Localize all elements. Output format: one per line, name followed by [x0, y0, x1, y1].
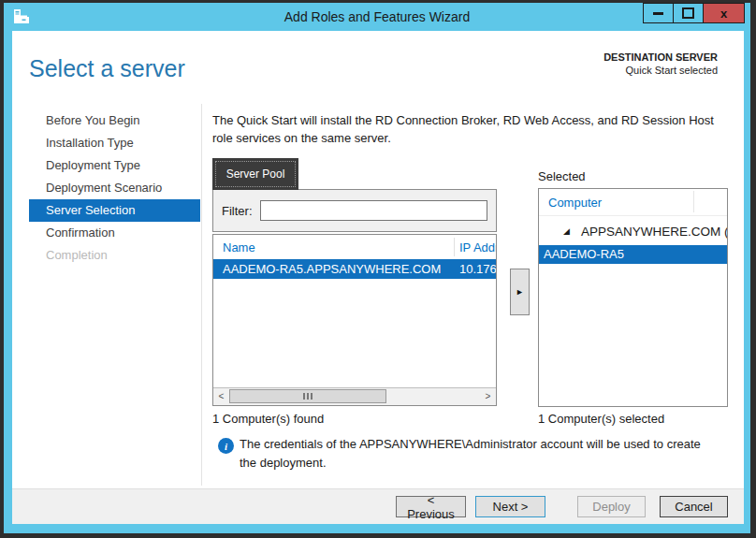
table-row-selected[interactable]: AADEMO-RA5.APPSANYWHERE.COM 10.176.1	[213, 259, 496, 279]
page-title: Select a server	[29, 55, 185, 82]
server-pool-table: Name IP Addr AADEMO-RA5.APPSANYWHERE.COM…	[212, 234, 497, 406]
column-header-computer[interactable]: Computer	[548, 196, 602, 210]
destination-server-block: DESTINATION SERVER Quick Start selected	[603, 51, 718, 76]
selected-computers-panel: Computer ◢ APPSANYWHERE.COM (1) AADEMO-R…	[538, 188, 728, 407]
selected-panel-header: Computer	[539, 189, 727, 216]
column-header-ip-address[interactable]: IP Addr	[459, 240, 497, 254]
info-icon: i	[218, 438, 234, 454]
filter-panel: Filter:	[212, 189, 497, 232]
nav-item-confirmation[interactable]: Confirmation	[29, 222, 200, 244]
nav-item-before-you-begin[interactable]: Before You Begin	[29, 109, 200, 132]
sidebar-divider	[201, 104, 202, 486]
maximize-button[interactable]	[673, 3, 704, 23]
wizard-content: Select a server DESTINATION SERVER Quick…	[12, 31, 744, 524]
horizontal-scrollbar[interactable]: < >	[213, 387, 496, 405]
scrollbar-grip	[311, 393, 313, 400]
selected-computer-row[interactable]: AADEMO-RA5	[539, 245, 727, 264]
tab-server-pool[interactable]: Server Pool	[212, 158, 298, 190]
tree-group-row[interactable]: ◢ APPSANYWHERE.COM (1)	[539, 223, 727, 243]
next-button[interactable]: Next >	[475, 496, 545, 517]
minimize-button[interactable]	[643, 3, 674, 23]
filter-label: Filter:	[222, 204, 253, 218]
maximize-icon	[682, 7, 694, 19]
column-divider	[454, 238, 455, 256]
scrollbar-grip	[303, 393, 305, 400]
nav-item-installation-type[interactable]: Installation Type	[29, 132, 200, 154]
computers-selected-status: 1 Computer(s) selected	[538, 412, 664, 426]
destination-server-label: DESTINATION SERVER	[603, 51, 718, 63]
tree-expanded-icon[interactable]: ◢	[563, 226, 570, 236]
selected-panel-label: Selected	[538, 169, 586, 183]
scroll-right-icon[interactable]: >	[480, 388, 496, 404]
previous-button[interactable]: < Previous	[396, 496, 466, 517]
server-ip-cell: 10.176.1	[459, 262, 497, 276]
filter-input[interactable]	[260, 200, 488, 221]
window-title: Add Roles and Features Wizard	[4, 9, 750, 24]
computers-found-status: 1 Computer(s) found	[212, 412, 324, 426]
wizard-steps-nav: Before You Begin Installation Type Deplo…	[29, 109, 200, 267]
window-controls: x	[644, 3, 745, 23]
nav-item-server-selection[interactable]: Server Selection	[29, 199, 200, 222]
column-divider	[693, 191, 694, 212]
minimize-icon	[653, 12, 663, 15]
server-name-cell: AADEMO-RA5.APPSANYWHERE.COM	[223, 262, 441, 276]
column-header-name[interactable]: Name	[223, 240, 255, 254]
titlebar: Add Roles and Features Wizard x	[4, 3, 750, 31]
wizard-window: Add Roles and Features Wizard x Select a…	[4, 3, 750, 533]
close-icon: x	[720, 7, 727, 21]
tree-group-label: APPSANYWHERE.COM (1)	[581, 225, 728, 239]
server-pool-table-header: Name IP Addr	[213, 235, 496, 259]
right-arrow-icon: ►	[516, 287, 524, 297]
nav-item-deployment-scenario[interactable]: Deployment Scenario	[29, 177, 200, 199]
add-server-button[interactable]: ►	[510, 269, 530, 315]
destination-server-value: Quick Start selected	[603, 65, 718, 76]
deploy-button: Deploy	[577, 496, 646, 517]
nav-item-deployment-type[interactable]: Deployment Type	[29, 154, 200, 177]
scrollbar-grip	[307, 393, 309, 400]
scrollbar-thumb[interactable]	[229, 389, 386, 403]
page-description: The Quick Start will install the RD Conn…	[212, 112, 733, 148]
scroll-left-icon[interactable]: <	[213, 388, 229, 404]
cancel-button[interactable]: Cancel	[660, 496, 728, 517]
nav-item-completion: Completion	[29, 244, 200, 267]
credentials-info-text: The credentials of the APPSANYWHERE\Admi…	[240, 435, 720, 472]
close-button[interactable]: x	[703, 3, 745, 23]
